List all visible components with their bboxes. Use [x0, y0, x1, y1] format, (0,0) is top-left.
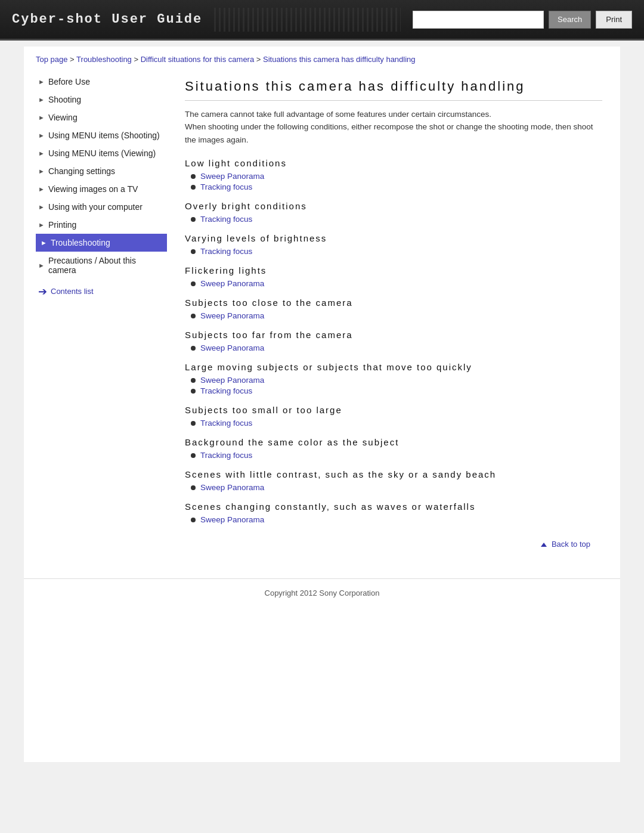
link-sweep-panorama[interactable]: Sweep Panorama: [200, 279, 264, 288]
sidebar-item-changing-settings[interactable]: ► Changing settings: [36, 162, 167, 180]
search-button[interactable]: Search: [549, 11, 591, 29]
sidebar-item-label: Using MENU items (Shooting): [48, 131, 160, 140]
section-changing-scenes: Scenes changing constantly, such as wave…: [185, 501, 602, 524]
bullet-icon: [191, 281, 196, 286]
list-item: Sweep Panorama: [191, 515, 602, 524]
link-tracking-focus[interactable]: Tracking focus: [200, 215, 252, 224]
breadcrumb-current[interactable]: Situations this camera has difficulty ha…: [263, 55, 416, 64]
arrow-icon: ►: [38, 221, 45, 228]
arrow-icon: ►: [38, 262, 45, 269]
section-varying-brightness: Varying levels of brightness Tracking fo…: [185, 233, 602, 256]
arrow-icon: ►: [41, 239, 47, 246]
bullet-icon: [191, 185, 196, 190]
list-item: Sweep Panorama: [191, 376, 602, 385]
section-list-flickering-lights: Sweep Panorama: [185, 279, 602, 288]
section-list-subjects-too-close: Sweep Panorama: [185, 311, 602, 320]
section-title-flickering-lights: Flickering lights: [185, 265, 602, 275]
sidebar-item-menu-viewing[interactable]: ► Using MENU items (Viewing): [36, 144, 167, 162]
sidebar-item-label: Printing: [48, 220, 76, 230]
sidebar-item-label: Precautions / About this camera: [48, 256, 165, 275]
sidebar-item-before-use[interactable]: ► Before Use: [36, 73, 167, 91]
back-to-top: Back to top: [185, 534, 602, 555]
link-sweep-panorama[interactable]: Sweep Panorama: [200, 376, 264, 385]
link-sweep-panorama[interactable]: Sweep Panorama: [200, 515, 264, 524]
site-title: Cyber-shot User Guide: [12, 12, 202, 27]
section-flickering-lights: Flickering lights Sweep Panorama: [185, 265, 602, 288]
sidebar-item-viewing-tv[interactable]: ► Viewing images on a TV: [36, 180, 167, 198]
section-subjects-size: Subjects too small or too large Tracking…: [185, 405, 602, 428]
page-wrapper: Top page > Troubleshooting > Difficult s…: [24, 47, 620, 762]
arrow-right-icon: ➔: [38, 285, 47, 298]
page-title: Situations this camera has difficulty ha…: [185, 79, 602, 101]
breadcrumb-difficult[interactable]: Difficult situations for this camera: [141, 55, 255, 64]
list-item: Tracking focus: [191, 215, 602, 224]
contents-list-link[interactable]: ➔ Contents list: [36, 279, 167, 304]
search-input[interactable]: [413, 11, 544, 29]
bullet-icon: [191, 346, 196, 351]
sidebar-item-label: Viewing images on a TV: [48, 184, 138, 194]
list-item: Sweep Panorama: [191, 279, 602, 288]
header: Cyber-shot User Guide Search Print: [0, 0, 644, 41]
list-item: Sweep Panorama: [191, 172, 602, 181]
sidebar-item-troubleshooting[interactable]: ► Troubleshooting: [36, 234, 167, 252]
list-item: Tracking focus: [191, 451, 602, 460]
section-title-low-light: Low light conditions: [185, 158, 602, 168]
intro-line-1: The camera cannot take full advantage of…: [185, 108, 602, 121]
section-title-background-color: Background the same color as the subject: [185, 437, 602, 447]
section-title-subjects-size: Subjects too small or too large: [185, 405, 602, 415]
intro-text: The camera cannot take full advantage of…: [185, 108, 602, 147]
footer: Copyright 2012 Sony Corporation: [24, 578, 620, 607]
link-tracking-focus[interactable]: Tracking focus: [200, 451, 252, 460]
link-tracking-focus[interactable]: Tracking focus: [200, 419, 252, 428]
triangle-up-icon: [541, 543, 547, 547]
back-to-top-label: Back to top: [552, 540, 590, 549]
sidebar: ► Before Use ► Shooting ► Viewing ► Usin…: [30, 73, 173, 567]
section-title-changing-scenes: Scenes changing constantly, such as wave…: [185, 501, 602, 512]
bullet-icon: [191, 453, 196, 458]
sidebar-item-menu-shooting[interactable]: ► Using MENU items (Shooting): [36, 126, 167, 144]
link-sweep-panorama[interactable]: Sweep Panorama: [200, 483, 264, 492]
section-list-subjects-too-far: Sweep Panorama: [185, 343, 602, 352]
list-item: Tracking focus: [191, 247, 602, 256]
main-layout: ► Before Use ► Shooting ► Viewing ► Usin…: [24, 73, 620, 567]
intro-line-2: When shooting under the following condit…: [185, 120, 602, 146]
bullet-icon: [191, 378, 196, 383]
bullet-icon: [191, 217, 196, 222]
bullet-icon: [191, 249, 196, 254]
link-sweep-panorama[interactable]: Sweep Panorama: [200, 343, 264, 352]
arrow-icon: ►: [38, 114, 45, 121]
print-button[interactable]: Print: [596, 11, 632, 29]
link-tracking-focus[interactable]: Tracking focus: [200, 247, 252, 256]
header-decoration: [214, 8, 401, 32]
sidebar-item-computer[interactable]: ► Using with your computer: [36, 198, 167, 216]
back-to-top-link[interactable]: Back to top: [541, 540, 590, 549]
section-low-light: Low light conditions Sweep Panorama Trac…: [185, 158, 602, 191]
sidebar-item-printing[interactable]: ► Printing: [36, 216, 167, 234]
bullet-icon: [191, 174, 196, 179]
section-list-low-light: Sweep Panorama Tracking focus: [185, 172, 602, 191]
section-title-subjects-too-far: Subjects too far from the camera: [185, 330, 602, 340]
link-tracking-focus[interactable]: Tracking focus: [200, 386, 252, 395]
breadcrumb-top[interactable]: Top page: [36, 55, 68, 64]
section-title-large-moving: Large moving subjects or subjects that m…: [185, 362, 602, 372]
section-title-little-contrast: Scenes with little contrast, such as the…: [185, 469, 602, 479]
arrow-icon: ►: [38, 185, 45, 193]
arrow-icon: ►: [38, 150, 45, 157]
sidebar-item-shooting[interactable]: ► Shooting: [36, 91, 167, 109]
section-subjects-too-far: Subjects too far from the camera Sweep P…: [185, 330, 602, 352]
bullet-icon: [191, 518, 196, 522]
sidebar-item-label: Changing settings: [48, 166, 115, 176]
header-controls: Search Print: [413, 11, 632, 29]
breadcrumb-troubleshooting[interactable]: Troubleshooting: [76, 55, 132, 64]
arrow-icon: ►: [38, 168, 45, 175]
sidebar-item-label: Using MENU items (Viewing): [48, 148, 156, 158]
link-tracking-focus[interactable]: Tracking focus: [200, 182, 252, 191]
link-sweep-panorama[interactable]: Sweep Panorama: [200, 172, 264, 181]
section-little-contrast: Scenes with little contrast, such as the…: [185, 469, 602, 492]
sidebar-item-viewing[interactable]: ► Viewing: [36, 109, 167, 126]
bullet-icon: [191, 389, 196, 394]
link-sweep-panorama[interactable]: Sweep Panorama: [200, 311, 264, 320]
sidebar-item-precautions[interactable]: ► Precautions / About this camera: [36, 252, 167, 279]
section-list-varying-brightness: Tracking focus: [185, 247, 602, 256]
section-title-overly-bright: Overly bright conditions: [185, 201, 602, 211]
